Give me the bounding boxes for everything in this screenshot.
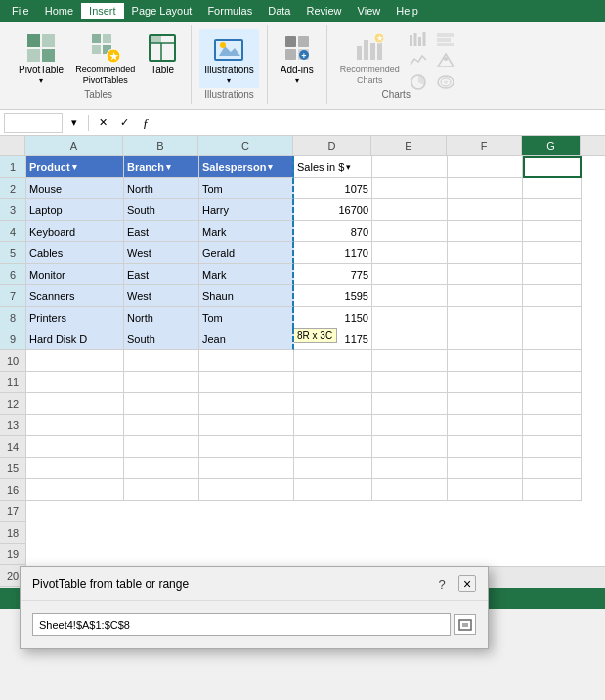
cell-f6[interactable]: [448, 264, 523, 285]
cell-b4[interactable]: East: [124, 221, 199, 242]
col-header-a[interactable]: A: [25, 136, 123, 155]
row-header-4[interactable]: 4: [0, 221, 25, 242]
cell-e5[interactable]: [372, 242, 448, 264]
cell-b7[interactable]: West: [124, 285, 199, 307]
cell-c16[interactable]: [199, 479, 294, 501]
cell-e13[interactable]: [372, 415, 448, 436]
cell-d7[interactable]: 1595: [294, 285, 372, 307]
cell-d15[interactable]: [294, 458, 372, 479]
add-ins-button[interactable]: + Add-ins ▾: [276, 29, 319, 88]
cell-c9[interactable]: Jean: [199, 328, 294, 350]
cell-b6[interactable]: East: [124, 264, 199, 285]
cell-b15[interactable]: [124, 458, 199, 479]
cell-c6[interactable]: Mark: [199, 264, 294, 285]
cell-g11[interactable]: [523, 372, 582, 393]
cell-a3[interactable]: Laptop: [26, 199, 124, 221]
cell-a1[interactable]: Product ▾: [26, 156, 124, 178]
menu-view[interactable]: View: [350, 3, 389, 19]
recommended-charts-button[interactable]: ★ RecommendedCharts: [335, 29, 405, 89]
cell-g16[interactable]: [523, 479, 582, 501]
cell-d8[interactable]: 1150: [294, 307, 372, 328]
cell-d11[interactable]: [294, 372, 372, 393]
col-header-f[interactable]: F: [447, 136, 522, 155]
cell-f15[interactable]: [448, 458, 523, 479]
name-box[interactable]: [4, 113, 63, 133]
menu-home[interactable]: Home: [37, 3, 81, 19]
menu-review[interactable]: Review: [298, 3, 349, 19]
cell-g6[interactable]: [523, 264, 582, 285]
menu-file[interactable]: File: [4, 3, 37, 19]
cell-d5[interactable]: 1170: [294, 242, 372, 264]
cell-a15[interactable]: [26, 458, 124, 479]
row-header-2[interactable]: 2: [0, 178, 25, 199]
cell-d2[interactable]: 1075: [294, 178, 372, 199]
cell-c2[interactable]: Tom: [199, 178, 294, 199]
illustrations-button[interactable]: Illustrations ▾: [199, 29, 259, 88]
select-all-corner[interactable]: [0, 136, 25, 155]
cell-f14[interactable]: [448, 436, 523, 458]
cell-f10[interactable]: [448, 350, 523, 372]
cell-a5[interactable]: Cables: [26, 242, 124, 264]
menu-page-layout[interactable]: Page Layout: [124, 3, 200, 19]
cell-c11[interactable]: [199, 372, 294, 393]
col-header-d[interactable]: D: [293, 136, 371, 155]
dialog-range-input[interactable]: [32, 613, 451, 636]
cell-b12[interactable]: [124, 393, 199, 415]
cell-c1[interactable]: Salesperson ▾: [199, 156, 294, 178]
formula-input[interactable]: [157, 113, 601, 133]
filter-arrow-b1[interactable]: ▾: [166, 162, 171, 172]
cell-e12[interactable]: [372, 393, 448, 415]
cell-g8[interactable]: [523, 307, 582, 328]
row-header-3[interactable]: 3: [0, 199, 25, 221]
cell-f4[interactable]: [448, 221, 523, 242]
chart-type-5-button[interactable]: [434, 51, 457, 70]
dialog-close-button[interactable]: ×: [458, 575, 476, 592]
chart-type-4-button[interactable]: [434, 29, 457, 49]
cell-a16[interactable]: [26, 479, 124, 501]
cell-f8[interactable]: [448, 307, 523, 328]
cell-b9[interactable]: South: [124, 328, 199, 350]
cell-a2[interactable]: Mouse: [26, 178, 124, 199]
cancel-formula-btn[interactable]: ✕: [93, 113, 112, 133]
menu-formulas[interactable]: Formulas: [199, 3, 260, 19]
menu-data[interactable]: Data: [260, 3, 298, 19]
cell-g12[interactable]: [523, 393, 582, 415]
pivot-table-button[interactable]: PivotTable ▾: [14, 29, 68, 88]
cell-a12[interactable]: [26, 393, 124, 415]
cell-e11[interactable]: [372, 372, 448, 393]
cell-f7[interactable]: [448, 285, 523, 307]
cell-e14[interactable]: [372, 436, 448, 458]
cell-b2[interactable]: North: [124, 178, 199, 199]
menu-help[interactable]: Help: [388, 3, 426, 19]
cell-a10[interactable]: [26, 350, 124, 372]
cell-b3[interactable]: South: [124, 199, 199, 221]
confirm-formula-btn[interactable]: ✓: [114, 113, 134, 133]
row-header-19[interactable]: 19: [0, 544, 25, 565]
cell-d6[interactable]: 775: [294, 264, 372, 285]
cell-c8[interactable]: Tom: [199, 307, 294, 328]
row-header-14[interactable]: 14: [0, 436, 25, 458]
cell-c15[interactable]: [199, 458, 294, 479]
cell-e1[interactable]: [372, 156, 448, 178]
cell-g15[interactable]: [523, 458, 582, 479]
col-header-e[interactable]: E: [371, 136, 447, 155]
row-header-15[interactable]: 15: [0, 458, 25, 479]
cell-e4[interactable]: [372, 221, 448, 242]
cell-a9[interactable]: Hard Disk D: [26, 328, 124, 350]
row-header-17[interactable]: 17: [0, 501, 25, 522]
cell-e10[interactable]: [372, 350, 448, 372]
cell-a14[interactable]: [26, 436, 124, 458]
cell-f2[interactable]: [448, 178, 523, 199]
cell-c10[interactable]: [199, 350, 294, 372]
cell-e6[interactable]: [372, 264, 448, 285]
cell-e15[interactable]: [372, 458, 448, 479]
cell-e7[interactable]: [372, 285, 448, 307]
cell-f11[interactable]: [448, 372, 523, 393]
cell-d14[interactable]: [294, 436, 372, 458]
cell-g10[interactable]: [523, 350, 582, 372]
cell-g13[interactable]: [523, 415, 582, 436]
row-header-8[interactable]: 8: [0, 307, 25, 328]
cell-e16[interactable]: [372, 479, 448, 501]
row-header-9[interactable]: 9: [0, 328, 25, 350]
cell-b8[interactable]: North: [124, 307, 199, 328]
